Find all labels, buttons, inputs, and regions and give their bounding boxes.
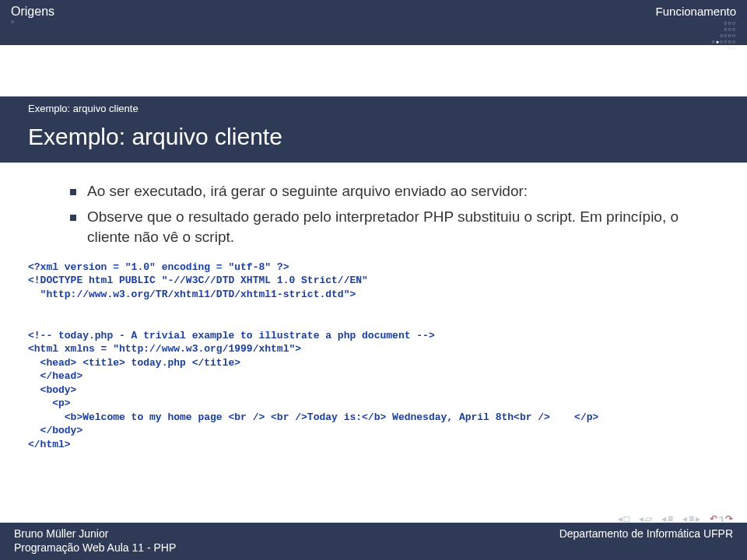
code-line: <body>: [28, 384, 76, 396]
code-line: <html xmlns = "http://www.w3.org/1999/xh…: [28, 343, 301, 355]
code-line: <!-- today.php - A trivial example to il…: [28, 330, 435, 341]
footer-bar: Bruno Müller Junior Departamento de Info…: [0, 523, 747, 560]
code-line: </body>: [28, 425, 82, 436]
bullet-item: Observe que o resultado gerado pelo inte…: [70, 207, 719, 248]
footer-department: Departamento de Informática UFPR: [559, 527, 733, 540]
code-line: <head> <title> today.php </title>: [28, 357, 240, 369]
progress-dots-left: ○: [11, 19, 54, 24]
nav-right-label: Funcionamento: [656, 5, 736, 18]
nav-section-origens[interactable]: Origens ○: [11, 5, 54, 45]
code-listing: <?xml version = "1.0" encoding = "utf-8"…: [0, 253, 747, 452]
code-line: </head>: [28, 370, 82, 382]
nav-section-funcionamento[interactable]: Funcionamento ○○○ ○○○ ○○○○ ○●○○○○ ○○: [656, 5, 736, 45]
progress-dots-right: ○○○ ○○○ ○○○○ ○●○○○○ ○○: [656, 20, 736, 51]
bullet-item: Ao ser executado, irá gerar o seguinte a…: [70, 181, 719, 202]
code-line: </html>: [28, 439, 71, 450]
footer-author: Bruno Müller Junior: [14, 527, 108, 540]
nav-left-label: Origens: [11, 5, 54, 19]
bullet-text: Observe que o resultado gerado pelo inte…: [87, 207, 719, 248]
code-line: <!DOCTYPE html PUBLIC "-//W3C//DTD XHTML…: [28, 275, 368, 286]
footer-course: Programação Web Aula 11 - PHP: [14, 541, 176, 554]
top-navbar: Origens ○ Funcionamento ○○○ ○○○ ○○○○ ○●○…: [0, 0, 747, 45]
slide-title: Exemplo: arquivo cliente: [0, 117, 747, 163]
code-line: "http://www.w3.org/TR/xhtml1/DTD/xhtml1-…: [28, 289, 356, 300]
section-label: Exemplo: arquivo cliente: [0, 96, 747, 117]
code-line: <p>: [28, 397, 71, 409]
bullet-text: Ao ser executado, irá gerar o seguinte a…: [87, 181, 528, 202]
code-line: <b>Welcome to my home page <br /> <br />…: [28, 411, 598, 423]
bullet-square-icon: [70, 215, 76, 221]
bullet-square-icon: [70, 189, 76, 195]
slide-body: Ao ser executado, irá gerar o seguinte a…: [0, 163, 747, 248]
code-line: <?xml version = "1.0" encoding = "utf-8"…: [28, 261, 289, 273]
